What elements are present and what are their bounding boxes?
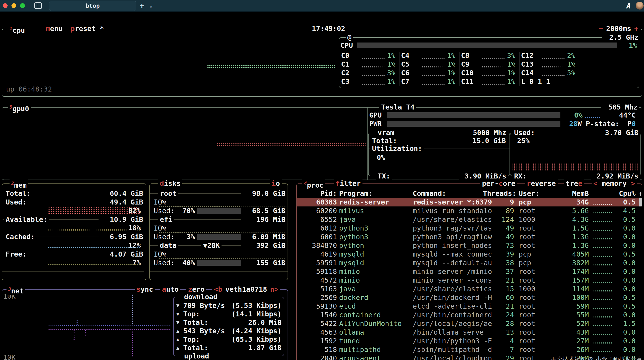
zoom-window-button[interactable] bbox=[20, 3, 25, 8]
net-stat-label: Top: bbox=[183, 335, 200, 344]
table-row[interactable]: 4619 mysqld mysqld --max_connec 39 pcp 4… bbox=[297, 250, 642, 259]
cell-threads: 89 bbox=[483, 207, 514, 215]
core-percent: 1% bbox=[447, 60, 456, 69]
cpu-core-cell: C0 1% bbox=[341, 51, 401, 60]
cell-pid: 4572 bbox=[297, 276, 337, 285]
net-graph-marker bbox=[132, 331, 134, 356]
table-row[interactable]: 4572 minio minio server --cons 21 root 1… bbox=[297, 276, 642, 285]
table-row[interactable]: 384870 python python insert_nodes 73 roo… bbox=[297, 241, 642, 250]
core-history-dots bbox=[422, 57, 445, 59]
cell-cpu: 1.5 bbox=[616, 319, 636, 328]
header-program[interactable]: Program: bbox=[339, 189, 410, 198]
table-row[interactable]: 1592 tuned /usr/bin/python3 -E 4 root 27… bbox=[297, 336, 642, 345]
sidebar-toggle-icon[interactable] bbox=[34, 3, 42, 9]
disk-used-percent: 70% bbox=[171, 207, 195, 215]
new-tab-button[interactable]: + bbox=[140, 0, 144, 11]
cpu-core-cell: C8 3% bbox=[461, 51, 521, 60]
core-history-dots bbox=[542, 57, 565, 59]
vram-total-value: 15.0 GiB bbox=[461, 136, 507, 145]
table-row[interactable]: 1540 containerd /usr/bin/containerd 24 r… bbox=[297, 310, 642, 319]
disks-io-toggle[interactable]: io bbox=[270, 179, 282, 188]
core-label: C0 bbox=[341, 51, 350, 60]
cell-cpu-graph bbox=[593, 247, 612, 248]
header-memb[interactable]: MemB bbox=[563, 189, 589, 198]
mem-box-title[interactable]: 2mem bbox=[10, 179, 28, 190]
sort-arrow-icon[interactable]: ↑ bbox=[638, 189, 642, 198]
cell-user: pcp bbox=[518, 250, 560, 259]
core-history-dots bbox=[362, 75, 385, 76]
net-auto-button[interactable]: auto bbox=[160, 285, 180, 294]
table-row[interactable]: 60383 redis-server redis-server *:6379 9… bbox=[297, 198, 642, 207]
core-percent: 1% bbox=[447, 69, 456, 77]
net-zero-button[interactable]: zero bbox=[186, 285, 206, 294]
proc-tree-toggle[interactable]: tree bbox=[564, 179, 584, 188]
proc-filter-button[interactable]: filter bbox=[334, 179, 362, 188]
terminal-tab[interactable]: btop bbox=[49, 1, 136, 11]
net-interface-selector[interactable]: <bveth1a0718n> bbox=[212, 285, 280, 294]
net-graph-spike bbox=[76, 319, 78, 325]
table-row[interactable]: 59591 mysqld mysqld --default-au 38 pcp … bbox=[297, 259, 642, 267]
cell-memb: 1.3G bbox=[563, 233, 589, 241]
cell-memb: 1.3G bbox=[563, 241, 589, 250]
table-row[interactable]: 6012 python3 python3 rag/svr/tas 49 root… bbox=[297, 224, 642, 233]
cell-pid: 6552 bbox=[297, 215, 337, 224]
core-percent: 1% bbox=[387, 77, 396, 86]
cell-user: root bbox=[518, 328, 560, 336]
cell-cpu-graph bbox=[593, 351, 612, 352]
table-row[interactable]: 6001 python3 python3 api/ragflow 49 root… bbox=[297, 233, 642, 241]
proc-sort-selector[interactable]: < memory > bbox=[592, 179, 637, 188]
cell-memb: 52M bbox=[563, 319, 589, 328]
table-row[interactable]: 60200 milvus milvus run standalo 89 root… bbox=[297, 207, 642, 215]
cell-memb: 157M bbox=[563, 276, 589, 285]
mem-cached-percent: 12% bbox=[117, 241, 141, 250]
net-scale-bottom: 10K bbox=[3, 353, 16, 360]
header-user[interactable]: User: bbox=[518, 189, 560, 198]
table-row[interactable]: 59118 minio minio server /minio 37 root … bbox=[297, 267, 642, 276]
header-threads[interactable]: Threads: bbox=[483, 189, 514, 198]
header-cpu[interactable]: Cpu% bbox=[616, 189, 636, 198]
header-pid[interactable]: Pid: bbox=[297, 189, 337, 198]
preset-button[interactable]: preset * bbox=[69, 24, 106, 33]
direction-arrow-icon: ▼ bbox=[176, 310, 179, 318]
close-window-button[interactable] bbox=[3, 3, 8, 8]
core-percent: 1% bbox=[387, 60, 396, 69]
disks-box-title[interactable]: disks bbox=[158, 179, 182, 188]
net-stat-value: 26.0 MiB bbox=[248, 318, 282, 327]
net-stat-value: (5.53 Kibps) bbox=[232, 301, 282, 310]
cpu-box-title[interactable]: 1cpu bbox=[8, 24, 27, 35]
cell-user: root bbox=[518, 345, 560, 354]
table-row[interactable]: 6552 java /usr/share/elastics 124 1000 4… bbox=[297, 215, 642, 224]
cell-program: etcd bbox=[339, 302, 410, 310]
core-history-dots bbox=[422, 75, 445, 76]
cell-cpu-graph bbox=[593, 290, 612, 292]
table-row[interactable]: 4563 ollama /bin/ollama serve 13 root 43… bbox=[297, 328, 642, 336]
cell-memb: 114M bbox=[563, 285, 589, 293]
table-row[interactable]: 2569 dockerd /usr/bin/dockerd -H 60 root… bbox=[297, 293, 642, 302]
gpu-box-title[interactable]: 5gpu0 bbox=[8, 103, 31, 113]
proc-scrollbar-thumb[interactable] bbox=[639, 198, 642, 207]
avatar[interactable] bbox=[636, 2, 644, 10]
proc-percore-toggle[interactable]: per-core bbox=[480, 179, 517, 188]
table-row[interactable]: 518 multipathd /sbin/multipathd -d 7 roo… bbox=[297, 345, 642, 354]
cell-pid: 5422 bbox=[297, 319, 337, 328]
minimize-window-button[interactable] bbox=[12, 3, 16, 8]
cell-threads: 49 bbox=[483, 224, 514, 233]
net-sync-button[interactable]: sync bbox=[135, 285, 155, 294]
cell-user: root bbox=[518, 224, 560, 233]
direction-arrow-icon: ▲ bbox=[176, 327, 179, 335]
cell-pid: 59118 bbox=[297, 267, 337, 276]
table-row[interactable]: 5163 java /usr/share/elastics 15 1000 11… bbox=[297, 285, 642, 293]
proc-reverse-toggle[interactable]: reverse bbox=[525, 179, 558, 188]
watermark: 掘金技术社区 @ 小盒子的技术分享 bbox=[551, 355, 642, 360]
core-history-dots bbox=[422, 66, 445, 67]
net-box-title[interactable]: 3net bbox=[6, 285, 25, 295]
disks-bottom-divider bbox=[150, 271, 288, 272]
table-row[interactable]: 59130 etcd etcd -advertise-cli 21 root 5… bbox=[297, 302, 642, 310]
cell-threads: 39 bbox=[483, 250, 514, 259]
proc-box-title[interactable]: 4proc bbox=[302, 179, 325, 190]
tab-dropdown-chevron-icon[interactable]: ⌄ bbox=[150, 0, 152, 11]
update-interval[interactable]: −2000ms+ bbox=[591, 24, 640, 33]
menu-button[interactable]: menu bbox=[44, 24, 64, 33]
table-row[interactable]: 5422 AliYunDunMonito /usr/local/aegis/ae… bbox=[297, 319, 642, 328]
core-percent: 1% bbox=[447, 77, 456, 86]
